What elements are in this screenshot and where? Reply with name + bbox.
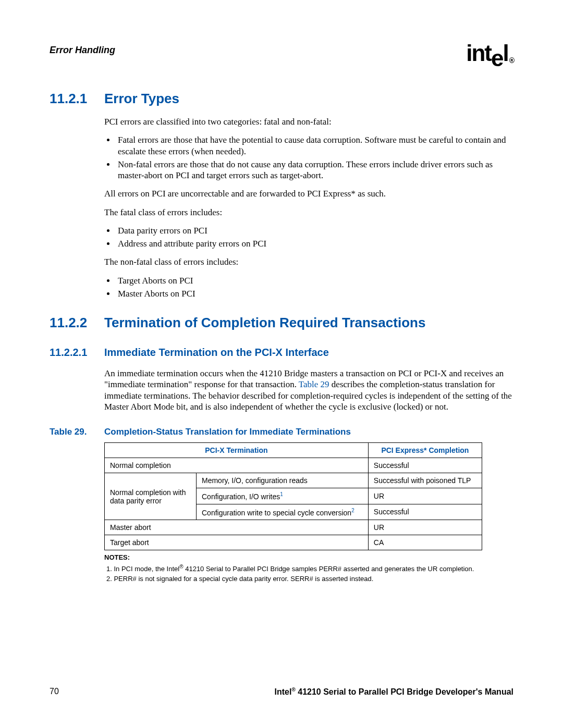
table-title: Completion-Status Translation for Immedi… [104, 427, 351, 437]
completion-status-table: PCI-X Termination PCI Express* Completio… [104, 442, 482, 550]
section-title: Error Types [104, 91, 179, 107]
list-item: Address and attribute parity errors on P… [116, 238, 513, 249]
document-title: Intel® 41210 Serial to Parallel PCI Brid… [275, 687, 513, 697]
table-number: Table 29. [50, 427, 104, 437]
footnote-reference[interactable]: 2 [351, 508, 354, 513]
table-cell: Configuration write to special cycle con… [197, 504, 369, 520]
footnote-reference[interactable]: 1 [280, 491, 283, 497]
section-body-11-2-1: PCI errors are classified into two categ… [104, 116, 513, 299]
table-cell: UR [368, 520, 482, 535]
page-header: Error Handling intel® [50, 42, 513, 65]
table-cell: UR [368, 488, 482, 504]
table-cell: Master abort [105, 520, 369, 535]
table-cell: Memory, I/O, configuration reads [197, 473, 369, 488]
table-header: PCI-X Termination [105, 443, 369, 458]
paragraph: PCI errors are classified into two categ… [104, 116, 513, 127]
page-container: Error Handling intel® 11.2.1 Error Types… [0, 0, 563, 728]
table-header-row: PCI-X Termination PCI Express* Completio… [105, 443, 482, 458]
table-header: PCI Express* Completion [368, 443, 482, 458]
section-heading-11-2-2-1: 11.2.2.1 Immediate Termination on the PC… [50, 347, 513, 359]
table-cell: Normal completion with data parity error [105, 473, 197, 520]
table-cell: Successful [368, 458, 482, 473]
bullet-list: Fatal errors are those that have the pot… [104, 134, 513, 181]
list-item: Master Aborts on PCI [116, 288, 513, 299]
section-heading-11-2-1: 11.2.1 Error Types [50, 91, 513, 107]
table-cell: Normal completion [105, 458, 369, 473]
header-section-title: Error Handling [50, 45, 115, 56]
section-number: 11.2.2.1 [50, 347, 104, 359]
section-title: Immediate Termination on the PCI-X Inter… [104, 347, 329, 359]
paragraph: An immediate termination occurs when the… [104, 368, 513, 412]
list-item: Fatal errors are those that have the pot… [116, 134, 513, 157]
list-item: Target Aborts on PCI [116, 275, 513, 286]
section-body-11-2-2-1: An immediate termination occurs when the… [104, 368, 513, 412]
notes-heading: NOTES: [104, 553, 482, 562]
table-row: Normal completion with data parity error… [105, 473, 482, 488]
table-row: Target abort CA [105, 535, 482, 550]
table-cell: Successful with poisoned TLP [368, 473, 482, 488]
section-heading-11-2-2: 11.2.2 Termination of Completion Require… [50, 315, 513, 331]
bullet-list: Target Aborts on PCI Master Aborts on PC… [104, 275, 513, 300]
note-1: 1. In PCI mode, the Intel® 41210 Serial … [104, 563, 482, 574]
paragraph: The non-fatal class of errors includes: [104, 256, 513, 267]
list-item: Non-fatal errors are those that do not c… [116, 159, 513, 181]
table-row: Normal completion Successful [105, 458, 482, 473]
paragraph: The fatal class of errors includes: [104, 207, 513, 218]
bullet-list: Data parity errors on PCI Address and at… [104, 225, 513, 250]
note-2: 2. PERR# is not signaled for a special c… [104, 575, 482, 584]
table-caption: Table 29. Completion-Status Translation … [50, 427, 513, 437]
section-number: 11.2.2 [50, 315, 104, 331]
table-notes: NOTES: 1. In PCI mode, the Intel® 41210 … [104, 553, 482, 584]
page-footer: 70 Intel® 41210 Serial to Parallel PCI B… [50, 687, 513, 697]
table-cell: CA [368, 535, 482, 550]
table-cell: Successful [368, 504, 482, 520]
table-row: Master abort UR [105, 520, 482, 535]
table-cell: Target abort [105, 535, 369, 550]
paragraph: All errors on PCI are uncorrectable and … [104, 188, 513, 199]
table-cell: Configuration, I/O writes1 [197, 488, 369, 504]
table-reference-link[interactable]: Table 29 [299, 379, 329, 389]
section-number: 11.2.1 [50, 91, 104, 107]
intel-logo: intel® [466, 42, 513, 65]
page-number: 70 [50, 687, 59, 697]
list-item: Data parity errors on PCI [116, 225, 513, 236]
section-title: Termination of Completion Required Trans… [104, 315, 425, 331]
